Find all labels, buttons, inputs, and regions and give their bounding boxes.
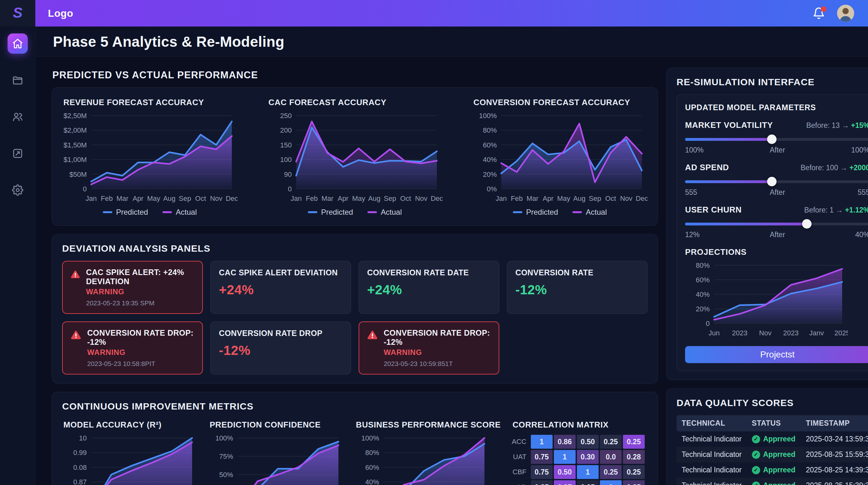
slider-handle[interactable]	[767, 135, 777, 144]
share-chart-icon	[12, 148, 23, 159]
page-title: Phase 5 Analytics & Re-Modeling	[53, 33, 284, 50]
parameter-slider[interactable]	[685, 219, 868, 229]
sidebar-item-settings[interactable]	[7, 180, 28, 200]
correlation-matrix: CORRELATION MATRIXACC10.860.500.250.25UA…	[511, 419, 648, 485]
svg-text:Mar: Mar	[526, 195, 538, 202]
svg-text:Sep: Sep	[179, 195, 191, 202]
alert-status: WARNING	[87, 348, 195, 357]
section-title-performance: PREDICTED VS ACTUAL PERFORMANCE	[52, 69, 658, 81]
svg-text:2023: 2023	[732, 329, 747, 337]
slider-min-label: 12%	[685, 230, 700, 239]
slider-max-label: 100%	[851, 146, 868, 154]
status-text: Apprreed	[763, 450, 796, 459]
svg-text:75%: 75%	[219, 453, 233, 460]
metric-title: CAC SPIKE ALERT DEVIATION	[219, 268, 343, 277]
parameter-ad-spend: AD SPEND Before: 100 → +2000 555 After 5…	[685, 163, 868, 197]
svg-text:Aug: Aug	[573, 195, 585, 202]
app-logo[interactable]: S	[0, 0, 35, 27]
warning-alert-card: CONVERSION RATE DROP: -12% WARNING 2023-…	[359, 321, 499, 374]
slider-after-label: After	[770, 188, 785, 197]
matrix-cell: 0.28	[623, 450, 645, 464]
matrix-cell: 1	[554, 450, 576, 464]
svg-text:$2,50M: $2,50M	[64, 112, 87, 120]
legend-swatch	[162, 211, 172, 213]
topbar-gradient: Logo	[35, 0, 868, 27]
svg-text:May: May	[557, 195, 570, 202]
matrix-row-label: UAT	[511, 453, 530, 461]
resim-title: RE-SIMULATION INTERFACE	[677, 77, 868, 87]
parameter-slider[interactable]	[685, 135, 868, 144]
legend-item-actual: Actual	[367, 208, 402, 217]
sidebar-item-reports[interactable]	[7, 143, 28, 164]
status-badge: ✓Apprreed	[752, 481, 796, 485]
matrix-cell: 0.30	[577, 450, 599, 464]
svg-text:Jun: Jun	[708, 329, 719, 337]
svg-text:Dec: Dec	[431, 195, 442, 202]
legend-swatch	[572, 211, 582, 213]
matrix-cell: 0.86	[554, 435, 576, 449]
alert-timestamp: 2023-05-23 10:58:8PIT	[87, 360, 195, 368]
metric-value: +24%	[367, 282, 491, 297]
sidebar-item-users[interactable]	[7, 107, 28, 127]
status-badge: ✓Apprreed	[752, 450, 796, 459]
svg-text:Apr: Apr	[338, 195, 348, 202]
cell-timestamp: 2025-03-24 13:59:39	[801, 431, 868, 447]
svg-text:50%: 50%	[219, 471, 233, 479]
warning-triangle-icon	[367, 329, 378, 342]
matrix-grid: ACC10.860.500.250.25UAT0.7510.300.00.28C…	[511, 435, 648, 485]
alert-title: CONVERSION RATE DROP: -12%	[87, 329, 195, 347]
parameter-slider[interactable]	[685, 177, 868, 186]
chart-title: CAC FORECAST ACCURACY	[269, 97, 442, 107]
svg-text:Oct: Oct	[195, 195, 206, 202]
parameter-label: AD SPEND	[685, 163, 729, 172]
page-title-bar: Phase 5 Analytics & Re-Modeling	[35, 27, 868, 57]
metric-card: CONVERSION RATE -12%	[507, 261, 648, 314]
slider-min-label: 555	[685, 188, 697, 197]
chart-conversion-forecast-accuracy: CONVERSION FORECAST ACCURACY100%80%60%40…	[472, 96, 648, 217]
check-circle-icon: ✓	[752, 451, 760, 459]
svg-text:Apr: Apr	[133, 195, 144, 202]
line-chart: 100.990.080.870.860.75202020212022202320…	[62, 433, 198, 485]
svg-text:100%: 100%	[362, 434, 379, 442]
user-avatar[interactable]	[837, 5, 854, 22]
svg-text:80%: 80%	[696, 261, 710, 269]
slider-handle[interactable]	[767, 177, 777, 186]
legend-item-predicted: Predicted	[513, 208, 558, 217]
check-circle-icon: ✓	[752, 435, 760, 443]
matrix-cell: 0.75	[531, 450, 553, 464]
matrix-row-label: CBF	[511, 468, 530, 476]
notifications-button[interactable]	[812, 7, 825, 20]
line-chart: 100%75%50%25%0%202020212022202320242025	[209, 433, 344, 485]
chart-legend: PredictedActual	[62, 208, 238, 217]
panel-deviation-analysis: DEVIATION ANALYSIS PANELS CAC SPIKE ALER…	[52, 234, 658, 383]
svg-text:Aug: Aug	[163, 195, 175, 202]
svg-text:Mar: Mar	[321, 195, 333, 202]
sidebar-item-files[interactable]	[7, 70, 28, 90]
legend-item-predicted: Predicted	[308, 208, 353, 217]
svg-text:S: S	[13, 5, 23, 21]
sidebar-item-home[interactable]	[7, 33, 28, 54]
topbar: S Logo	[0, 0, 868, 27]
cell-technical: Technical Indicator	[677, 462, 747, 478]
svg-text:90: 90	[284, 171, 292, 178]
project-button[interactable]: Projectst	[685, 346, 868, 363]
svg-text:10: 10	[79, 434, 87, 442]
svg-text:0.87: 0.87	[73, 478, 87, 485]
svg-text:Janv: Janv	[809, 329, 824, 337]
svg-text:0.08: 0.08	[73, 463, 87, 472]
svg-text:2023: 2023	[783, 329, 799, 337]
slider-handle[interactable]	[802, 219, 811, 229]
svg-text:Dec: Dec	[636, 195, 648, 202]
line-chart: 100%80%60%40%20%020202021202220232024202…	[354, 433, 490, 485]
matrix-cell: 0.97	[554, 480, 576, 485]
svg-text:2025: 2025	[835, 329, 848, 337]
parameter-user-churn: USER CHURN Before: 1 → +1.12% 12% After …	[685, 205, 868, 239]
table-header-technical: TECHNICAL	[677, 415, 747, 431]
status-text: Apprreed	[763, 466, 796, 474]
legend-item-actual: Actual	[162, 208, 197, 217]
metric-card: CAC SPIKE ALERT DEVIATION +24%	[210, 261, 351, 314]
matrix-cell: 0.0	[600, 450, 622, 464]
notification-dot	[821, 6, 826, 12]
settings-icon	[12, 184, 23, 196]
svg-text:May: May	[352, 195, 365, 202]
